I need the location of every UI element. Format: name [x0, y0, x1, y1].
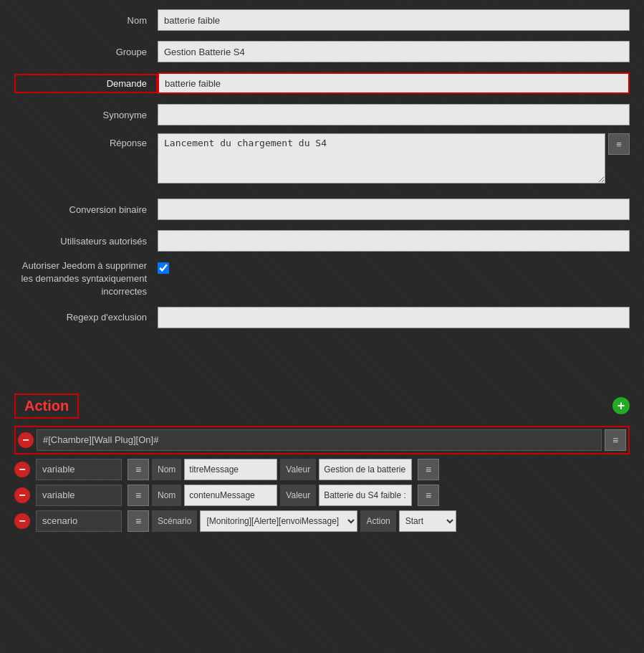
utilisateurs-label: Utilisateurs autorisés [14, 236, 158, 247]
groupe-label: Groupe [14, 47, 158, 57]
action-select-4[interactable]: Start [399, 510, 456, 532]
action-label-4: Action [360, 510, 395, 532]
nom-input-3[interactable] [184, 485, 277, 506]
reponse-textarea[interactable]: Lancement du chargement du S4 [158, 133, 605, 183]
demande-input[interactable] [158, 72, 630, 94]
demande-row: Demande [14, 70, 630, 96]
conversion-binaire-row: Conversion binaire [14, 196, 630, 222]
demande-label: Demande [14, 74, 158, 93]
action-row-3: − ≡ Nom Valeur ≡ [14, 485, 630, 506]
remove-action-1-button[interactable]: − [18, 432, 34, 448]
action-list-icon-4[interactable]: ≡ [128, 510, 149, 532]
remove-action-3-button[interactable]: − [14, 487, 30, 503]
regexp-row: Regexp d'exclusion [14, 305, 630, 330]
action-input-1[interactable] [37, 429, 602, 451]
reponse-list-icon[interactable]: ≡ [608, 133, 630, 155]
synonyme-input[interactable] [158, 104, 630, 125]
groupe-row: Groupe [14, 39, 630, 65]
action-row-2: − ≡ Nom Valeur ≡ [14, 459, 630, 480]
action-section: Action + − ≡ − ≡ Nom Valeur ≡ − ≡ Nom Va… [0, 386, 644, 543]
action-title: Action [24, 398, 69, 414]
nom-input[interactable] [158, 9, 630, 31]
form-section: Nom Groupe Demande Synonyme Réponse Lanc… [0, 0, 644, 343]
action-header: Action + [14, 394, 630, 419]
action-list-icon-3[interactable]: ≡ [128, 485, 149, 506]
reponse-label: Réponse [14, 133, 158, 148]
scenario-label-4: Scénario [152, 510, 197, 532]
groupe-input[interactable] [158, 41, 630, 62]
add-action-button[interactable]: + [612, 397, 630, 414]
conversion-binaire-input[interactable] [158, 199, 630, 220]
action-list-icon-2[interactable]: ≡ [128, 459, 149, 480]
autoriser-jeedom-row: Autoriser Jeedom à supprimer les demande… [14, 259, 630, 299]
nom-label-3: Nom [152, 485, 181, 506]
valeur-input-3[interactable] [319, 485, 412, 506]
scenario-select-4[interactable]: [Monitoring][Alerte][envoiMessage] [200, 510, 357, 532]
valeur-list-icon-3[interactable]: ≡ [418, 485, 439, 506]
synonyme-label: Synonyme [14, 110, 158, 120]
remove-action-2-button[interactable]: − [14, 462, 30, 477]
action-row-4: − ≡ Scénario [Monitoring][Alerte][envoiM… [14, 510, 630, 532]
valeur-label-2: Valeur [280, 459, 316, 480]
utilisateurs-row: Utilisateurs autorisés [14, 228, 630, 254]
regexp-input[interactable] [158, 307, 630, 328]
valeur-list-icon-2[interactable]: ≡ [418, 459, 439, 480]
action-type-input-2[interactable] [36, 459, 122, 480]
remove-action-4-button[interactable]: − [14, 513, 30, 529]
conversion-binaire-label: Conversion binaire [14, 204, 158, 215]
nom-label-2: Nom [152, 459, 181, 480]
valeur-input-2[interactable] [319, 459, 412, 480]
nom-label: Nom [14, 15, 158, 26]
autoriser-jeedom-checkbox[interactable] [158, 262, 169, 274]
spacer [0, 343, 644, 386]
nom-input-2[interactable] [184, 459, 277, 480]
valeur-label-3: Valeur [280, 485, 316, 506]
action-row-1: − ≡ [14, 426, 630, 454]
reponse-wrapper: Lancement du chargement du S4 [158, 133, 605, 183]
action-title-wrapper: Action [14, 394, 79, 419]
reponse-row: Réponse Lancement du chargement du S4 ≡ [14, 133, 630, 191]
action-type-input-4[interactable] [36, 510, 122, 532]
autoriser-jeedom-label: Autoriser Jeedom à supprimer les demande… [14, 259, 158, 299]
synonyme-row: Synonyme [14, 102, 630, 128]
utilisateurs-input[interactable] [158, 230, 630, 252]
action-type-input-3[interactable] [36, 485, 122, 506]
action-list-icon-1[interactable]: ≡ [605, 429, 626, 451]
nom-row: Nom [14, 7, 630, 33]
regexp-label: Regexp d'exclusion [14, 312, 158, 323]
